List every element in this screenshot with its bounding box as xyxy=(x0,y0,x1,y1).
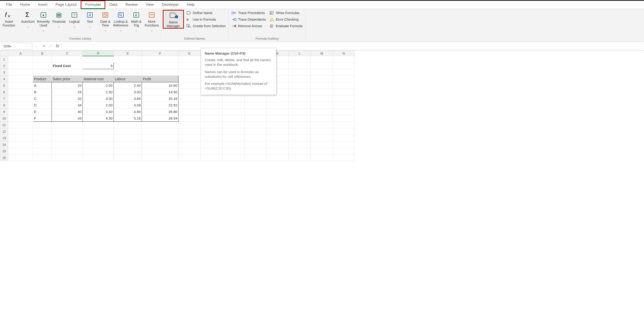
cell-C15[interactable] xyxy=(52,148,83,154)
cell-L5[interactable] xyxy=(289,82,311,89)
name-box[interactable]: D28 xyxy=(2,43,32,49)
tab-page-layout[interactable]: Page Layout xyxy=(52,1,80,8)
cell-I11[interactable] xyxy=(222,122,244,128)
cell-D4[interactable]: Material cost xyxy=(83,76,114,82)
cell-D3[interactable] xyxy=(83,69,114,76)
cell-B15[interactable] xyxy=(33,148,52,154)
cell-N8[interactable] xyxy=(333,102,355,108)
cell-I8[interactable] xyxy=(222,102,244,108)
cell-H15[interactable] xyxy=(200,148,222,154)
cell-D6[interactable]: 2.50 xyxy=(83,89,114,95)
cell-H10[interactable] xyxy=(200,115,222,122)
cell-F7[interactable]: 20.16 xyxy=(142,95,178,102)
cell-L3[interactable] xyxy=(289,69,311,76)
cell-A7[interactable] xyxy=(8,95,33,102)
cell-G4[interactable] xyxy=(178,76,200,82)
cell-I9[interactable] xyxy=(222,108,244,115)
cell-F14[interactable] xyxy=(142,141,178,148)
cell-I16[interactable] xyxy=(222,154,244,161)
cell-M10[interactable] xyxy=(311,115,333,122)
row-header[interactable]: 9 xyxy=(0,108,8,115)
cell-C2[interactable]: Fixed Cost xyxy=(52,63,83,69)
column-header[interactable]: G xyxy=(178,51,200,56)
cell-F6[interactable]: 14.50 xyxy=(142,89,178,95)
math-trig-button[interactable]: θ Math & Trig xyxy=(129,10,143,32)
cell-E7[interactable]: 3.84 xyxy=(114,95,142,102)
cell-C10[interactable]: 43 xyxy=(52,115,83,122)
use-in-formula-button[interactable]: fx Use in Formula xyxy=(185,17,226,22)
cell-M3[interactable] xyxy=(311,69,333,76)
autosum-button[interactable]: Σ AutoSum xyxy=(21,10,35,28)
cell-M15[interactable] xyxy=(311,148,333,154)
cell-A3[interactable] xyxy=(8,69,33,76)
cell-L10[interactable] xyxy=(289,115,311,122)
column-header[interactable]: A xyxy=(8,51,33,56)
tab-review[interactable]: Review xyxy=(122,1,142,8)
cell-F10[interactable]: 28.54 xyxy=(142,115,178,122)
grid[interactable]: ABCDEFGHIJKLMN12Fixed Cost534ProductSale… xyxy=(0,51,355,161)
cell-C9[interactable]: 40 xyxy=(52,108,83,115)
create-from-selection-button[interactable]: Create from Selection xyxy=(185,23,226,28)
column-header[interactable]: F xyxy=(142,51,178,56)
cell-D9[interactable]: 3.40 xyxy=(83,108,114,115)
tab-formulas[interactable]: Formulas xyxy=(81,0,105,9)
logical-button[interactable]: ? Logical xyxy=(67,10,82,28)
cell-N16[interactable] xyxy=(333,154,355,161)
cell-F4[interactable]: Profit xyxy=(142,76,178,82)
cell-E1[interactable] xyxy=(114,56,142,63)
cell-E8[interactable]: 4.08 xyxy=(114,102,142,108)
select-all-corner[interactable] xyxy=(0,51,8,56)
cell-F11[interactable] xyxy=(142,122,178,128)
cell-M14[interactable] xyxy=(311,141,333,148)
lookup-reference-button[interactable]: Lookup & Reference xyxy=(114,10,128,32)
row-header[interactable]: 6 xyxy=(0,89,8,95)
cell-G11[interactable] xyxy=(178,122,200,128)
cell-A12[interactable] xyxy=(8,128,33,135)
recently-used-button[interactable]: ★ Recently Used xyxy=(36,10,50,32)
cell-E11[interactable] xyxy=(114,122,142,128)
cell-N7[interactable] xyxy=(333,95,355,102)
cell-G13[interactable] xyxy=(178,135,200,141)
cell-C13[interactable] xyxy=(52,135,83,141)
trace-precedents-button[interactable]: Trace Precedents xyxy=(230,10,267,15)
cell-B9[interactable]: E xyxy=(33,108,52,115)
tab-insert[interactable]: Insert xyxy=(34,1,51,8)
enter-icon[interactable]: ✓ xyxy=(49,44,52,49)
cell-J12[interactable] xyxy=(244,128,267,135)
options-handle-icon[interactable]: ⋮ xyxy=(35,44,39,49)
cell-M2[interactable] xyxy=(311,63,333,69)
row-header[interactable]: 16 xyxy=(0,154,8,161)
cell-A8[interactable] xyxy=(8,102,33,108)
cell-B5[interactable]: A xyxy=(33,82,52,89)
cell-N1[interactable] xyxy=(333,56,355,63)
cell-D8[interactable]: 2.00 xyxy=(83,102,114,108)
cell-J10[interactable] xyxy=(244,115,267,122)
cell-F3[interactable] xyxy=(142,69,178,76)
cell-B4[interactable]: Product xyxy=(33,76,52,82)
cell-J13[interactable] xyxy=(244,135,267,141)
cell-C5[interactable]: 20 xyxy=(52,82,83,89)
cell-H9[interactable] xyxy=(200,108,222,115)
cell-L4[interactable] xyxy=(289,76,311,82)
cell-H14[interactable] xyxy=(200,141,222,148)
tab-developer[interactable]: Developer xyxy=(158,1,183,8)
financial-button[interactable]: Financial xyxy=(52,10,66,28)
cell-A13[interactable] xyxy=(8,135,33,141)
tab-view[interactable]: View xyxy=(142,1,157,8)
cell-H7[interactable] xyxy=(200,95,222,102)
cell-B2[interactable] xyxy=(33,63,52,69)
cell-E6[interactable]: 3.00 xyxy=(114,89,142,95)
cell-A15[interactable] xyxy=(8,148,33,154)
cell-D1[interactable] xyxy=(83,56,114,63)
cell-H12[interactable] xyxy=(200,128,222,135)
row-header[interactable]: 7 xyxy=(0,95,8,102)
cell-L6[interactable] xyxy=(289,89,311,95)
column-header[interactable]: N xyxy=(333,51,355,56)
cell-I14[interactable] xyxy=(222,141,244,148)
cell-F15[interactable] xyxy=(142,148,178,154)
cell-N5[interactable] xyxy=(333,82,355,89)
cell-D12[interactable] xyxy=(83,128,114,135)
cell-K9[interactable] xyxy=(267,108,289,115)
cell-C12[interactable] xyxy=(52,128,83,135)
cell-B10[interactable]: F xyxy=(33,115,52,122)
